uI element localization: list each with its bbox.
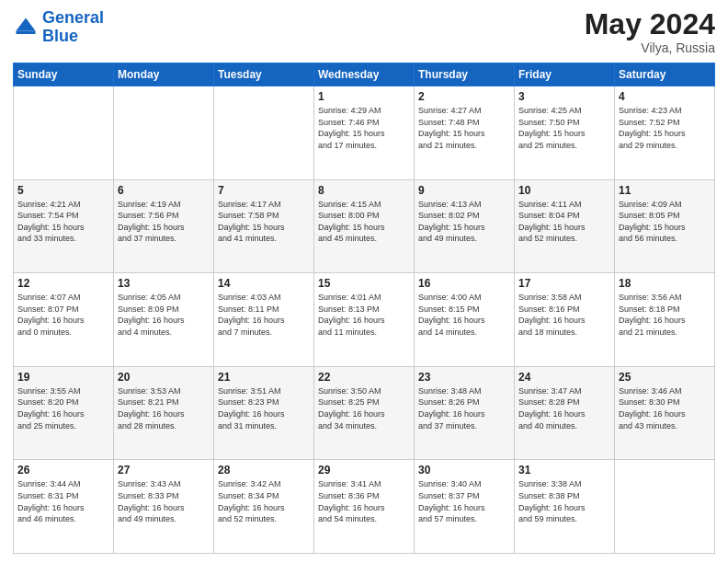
calendar-cell-w2-d6: 18Sunrise: 3:56 AM Sunset: 8:18 PM Dayli… (615, 273, 715, 367)
day-info: Sunrise: 4:11 AM Sunset: 8:04 PM Dayligh… (518, 199, 610, 245)
day-number: 2 (418, 90, 510, 103)
svg-rect-1 (17, 30, 36, 34)
calendar-cell-w2-d2: 14Sunrise: 4:03 AM Sunset: 8:11 PM Dayli… (214, 273, 314, 367)
calendar-cell-w1-d0: 5Sunrise: 4:21 AM Sunset: 7:54 PM Daylig… (14, 179, 114, 273)
calendar-cell-w4-d4: 30Sunrise: 3:40 AM Sunset: 8:37 PM Dayli… (415, 460, 515, 554)
day-number: 28 (218, 464, 310, 477)
day-number: 13 (118, 277, 210, 290)
header-saturday: Saturday (615, 63, 715, 86)
day-info: Sunrise: 3:56 AM Sunset: 8:18 PM Dayligh… (619, 292, 711, 338)
location: Vilya, Russia (585, 40, 715, 55)
logo-icon (13, 15, 39, 40)
day-number: 9 (418, 184, 510, 197)
day-number: 10 (518, 184, 610, 197)
day-info: Sunrise: 4:29 AM Sunset: 7:46 PM Dayligh… (318, 105, 410, 151)
day-number: 31 (518, 464, 610, 477)
title-block: May 2024 Vilya, Russia (585, 9, 715, 55)
week-row-3: 19Sunrise: 3:55 AM Sunset: 8:20 PM Dayli… (14, 366, 715, 460)
week-row-2: 12Sunrise: 4:07 AM Sunset: 8:07 PM Dayli… (14, 273, 715, 367)
calendar-cell-w3-d5: 24Sunrise: 3:47 AM Sunset: 8:28 PM Dayli… (515, 366, 615, 460)
day-info: Sunrise: 4:07 AM Sunset: 8:07 PM Dayligh… (17, 292, 109, 338)
calendar-cell-w1-d4: 9Sunrise: 4:13 AM Sunset: 8:02 PM Daylig… (415, 179, 515, 273)
day-number: 4 (619, 90, 711, 103)
calendar-cell-w4-d0: 26Sunrise: 3:44 AM Sunset: 8:31 PM Dayli… (14, 460, 114, 554)
day-number: 16 (418, 277, 510, 290)
day-number: 3 (518, 90, 610, 103)
calendar-cell-w0-d6: 4Sunrise: 4:23 AM Sunset: 7:52 PM Daylig… (615, 86, 715, 180)
calendar-cell-w0-d4: 2Sunrise: 4:27 AM Sunset: 7:48 PM Daylig… (415, 86, 515, 180)
day-info: Sunrise: 3:53 AM Sunset: 8:21 PM Dayligh… (118, 385, 210, 431)
day-info: Sunrise: 3:51 AM Sunset: 8:23 PM Dayligh… (218, 385, 310, 431)
calendar-cell-w2-d5: 17Sunrise: 3:58 AM Sunset: 8:16 PM Dayli… (515, 273, 615, 367)
day-info: Sunrise: 3:44 AM Sunset: 8:31 PM Dayligh… (17, 478, 109, 524)
day-number: 18 (619, 277, 711, 290)
header-sunday: Sunday (14, 63, 114, 86)
day-info: Sunrise: 4:15 AM Sunset: 8:00 PM Dayligh… (318, 199, 410, 245)
calendar-cell-w4-d2: 28Sunrise: 3:42 AM Sunset: 8:34 PM Dayli… (214, 460, 314, 554)
day-number: 5 (17, 184, 109, 197)
week-row-1: 5Sunrise: 4:21 AM Sunset: 7:54 PM Daylig… (14, 179, 715, 273)
day-info: Sunrise: 4:05 AM Sunset: 8:09 PM Dayligh… (118, 292, 210, 338)
header-monday: Monday (114, 63, 214, 86)
calendar-cell-w1-d6: 11Sunrise: 4:09 AM Sunset: 8:05 PM Dayli… (615, 179, 715, 273)
calendar-cell-w3-d4: 23Sunrise: 3:48 AM Sunset: 8:26 PM Dayli… (415, 366, 515, 460)
day-number: 21 (218, 371, 310, 384)
calendar-cell-w4-d5: 31Sunrise: 3:38 AM Sunset: 8:38 PM Dayli… (515, 460, 615, 554)
calendar-cell-w0-d0 (14, 86, 114, 180)
calendar-cell-w3-d3: 22Sunrise: 3:50 AM Sunset: 8:25 PM Dayli… (314, 366, 415, 460)
day-number: 20 (118, 371, 210, 384)
day-number: 19 (17, 371, 109, 384)
calendar-cell-w3-d2: 21Sunrise: 3:51 AM Sunset: 8:23 PM Dayli… (214, 366, 314, 460)
day-number: 30 (418, 464, 510, 477)
page: General Blue May 2024 Vilya, Russia Sund… (0, 0, 728, 563)
day-number: 6 (118, 184, 210, 197)
logo-text: General Blue (42, 9, 104, 46)
calendar-cell-w2-d3: 15Sunrise: 4:01 AM Sunset: 8:13 PM Dayli… (314, 273, 415, 367)
header-thursday: Thursday (415, 63, 515, 86)
calendar-cell-w0-d1 (114, 86, 214, 180)
day-number: 15 (318, 277, 410, 290)
day-info: Sunrise: 3:40 AM Sunset: 8:37 PM Dayligh… (418, 478, 510, 524)
day-info: Sunrise: 4:17 AM Sunset: 7:58 PM Dayligh… (218, 199, 310, 245)
day-info: Sunrise: 4:01 AM Sunset: 8:13 PM Dayligh… (318, 292, 410, 338)
day-number: 27 (118, 464, 210, 477)
calendar-cell-w4-d1: 27Sunrise: 3:43 AM Sunset: 8:33 PM Dayli… (114, 460, 214, 554)
day-info: Sunrise: 3:41 AM Sunset: 8:36 PM Dayligh… (318, 478, 410, 524)
day-info: Sunrise: 3:48 AM Sunset: 8:26 PM Dayligh… (418, 385, 510, 431)
day-info: Sunrise: 4:21 AM Sunset: 7:54 PM Dayligh… (17, 199, 109, 245)
day-number: 23 (418, 371, 510, 384)
day-number: 14 (218, 277, 310, 290)
day-number: 8 (318, 184, 410, 197)
day-info: Sunrise: 3:38 AM Sunset: 8:38 PM Dayligh… (518, 478, 610, 524)
day-info: Sunrise: 3:47 AM Sunset: 8:28 PM Dayligh… (518, 385, 610, 431)
day-info: Sunrise: 4:09 AM Sunset: 8:05 PM Dayligh… (619, 199, 711, 245)
calendar-cell-w3-d1: 20Sunrise: 3:53 AM Sunset: 8:21 PM Dayli… (114, 366, 214, 460)
day-number: 26 (17, 464, 109, 477)
day-number: 7 (218, 184, 310, 197)
calendar-cell-w0-d2 (214, 86, 314, 180)
day-number: 29 (318, 464, 410, 477)
calendar-cell-w2-d4: 16Sunrise: 4:00 AM Sunset: 8:15 PM Dayli… (415, 273, 515, 367)
calendar-cell-w4-d6 (615, 460, 715, 554)
day-info: Sunrise: 3:50 AM Sunset: 8:25 PM Dayligh… (318, 385, 410, 431)
calendar-cell-w1-d3: 8Sunrise: 4:15 AM Sunset: 8:00 PM Daylig… (314, 179, 415, 273)
calendar-cell-w0-d5: 3Sunrise: 4:25 AM Sunset: 7:50 PM Daylig… (515, 86, 615, 180)
calendar-cell-w0-d3: 1Sunrise: 4:29 AM Sunset: 7:46 PM Daylig… (314, 86, 415, 180)
header: General Blue May 2024 Vilya, Russia (13, 9, 715, 55)
month-year: May 2024 (585, 9, 715, 39)
calendar-cell-w1-d2: 7Sunrise: 4:17 AM Sunset: 7:58 PM Daylig… (214, 179, 314, 273)
day-info: Sunrise: 4:19 AM Sunset: 7:56 PM Dayligh… (118, 199, 210, 245)
day-number: 1 (318, 90, 410, 103)
calendar-cell-w1-d5: 10Sunrise: 4:11 AM Sunset: 8:04 PM Dayli… (515, 179, 615, 273)
calendar-table: Sunday Monday Tuesday Wednesday Thursday… (13, 63, 715, 554)
week-row-4: 26Sunrise: 3:44 AM Sunset: 8:31 PM Dayli… (14, 460, 715, 554)
day-info: Sunrise: 3:43 AM Sunset: 8:33 PM Dayligh… (118, 478, 210, 524)
calendar-cell-w3-d0: 19Sunrise: 3:55 AM Sunset: 8:20 PM Dayli… (14, 366, 114, 460)
day-info: Sunrise: 4:23 AM Sunset: 7:52 PM Dayligh… (619, 105, 711, 151)
calendar-cell-w1-d1: 6Sunrise: 4:19 AM Sunset: 7:56 PM Daylig… (114, 179, 214, 273)
day-info: Sunrise: 4:03 AM Sunset: 8:11 PM Dayligh… (218, 292, 310, 338)
weekday-header-row: Sunday Monday Tuesday Wednesday Thursday… (14, 63, 715, 86)
day-info: Sunrise: 4:13 AM Sunset: 8:02 PM Dayligh… (418, 199, 510, 245)
calendar-cell-w2-d1: 13Sunrise: 4:05 AM Sunset: 8:09 PM Dayli… (114, 273, 214, 367)
day-info: Sunrise: 4:27 AM Sunset: 7:48 PM Dayligh… (418, 105, 510, 151)
